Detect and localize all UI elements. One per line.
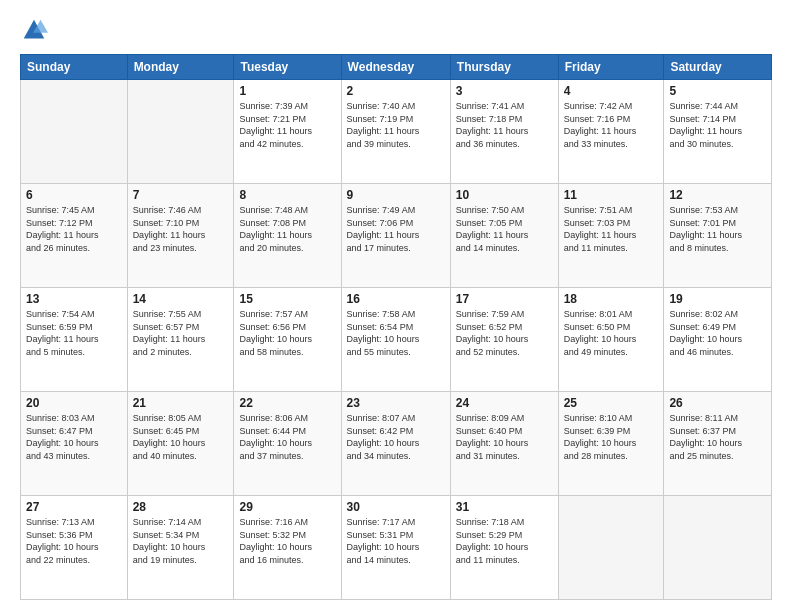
weekday-header-tuesday: Tuesday: [234, 55, 341, 80]
day-detail: Sunrise: 7:59 AM Sunset: 6:52 PM Dayligh…: [456, 308, 553, 358]
calendar-cell: 22Sunrise: 8:06 AM Sunset: 6:44 PM Dayli…: [234, 392, 341, 496]
day-number: 3: [456, 84, 553, 98]
day-number: 23: [347, 396, 445, 410]
weekday-header-saturday: Saturday: [664, 55, 772, 80]
day-number: 21: [133, 396, 229, 410]
calendar-cell: 17Sunrise: 7:59 AM Sunset: 6:52 PM Dayli…: [450, 288, 558, 392]
calendar-week-row: 1Sunrise: 7:39 AM Sunset: 7:21 PM Daylig…: [21, 80, 772, 184]
day-detail: Sunrise: 7:14 AM Sunset: 5:34 PM Dayligh…: [133, 516, 229, 566]
day-detail: Sunrise: 7:45 AM Sunset: 7:12 PM Dayligh…: [26, 204, 122, 254]
calendar-cell: 18Sunrise: 8:01 AM Sunset: 6:50 PM Dayli…: [558, 288, 664, 392]
day-detail: Sunrise: 7:44 AM Sunset: 7:14 PM Dayligh…: [669, 100, 766, 150]
weekday-header-row: SundayMondayTuesdayWednesdayThursdayFrid…: [21, 55, 772, 80]
day-detail: Sunrise: 8:02 AM Sunset: 6:49 PM Dayligh…: [669, 308, 766, 358]
day-detail: Sunrise: 8:10 AM Sunset: 6:39 PM Dayligh…: [564, 412, 659, 462]
calendar-cell: 24Sunrise: 8:09 AM Sunset: 6:40 PM Dayli…: [450, 392, 558, 496]
day-detail: Sunrise: 8:01 AM Sunset: 6:50 PM Dayligh…: [564, 308, 659, 358]
calendar-cell: 4Sunrise: 7:42 AM Sunset: 7:16 PM Daylig…: [558, 80, 664, 184]
calendar-cell: 11Sunrise: 7:51 AM Sunset: 7:03 PM Dayli…: [558, 184, 664, 288]
day-detail: Sunrise: 7:49 AM Sunset: 7:06 PM Dayligh…: [347, 204, 445, 254]
calendar-cell: 29Sunrise: 7:16 AM Sunset: 5:32 PM Dayli…: [234, 496, 341, 600]
calendar-cell: 14Sunrise: 7:55 AM Sunset: 6:57 PM Dayli…: [127, 288, 234, 392]
weekday-header-thursday: Thursday: [450, 55, 558, 80]
day-detail: Sunrise: 7:54 AM Sunset: 6:59 PM Dayligh…: [26, 308, 122, 358]
calendar-cell: 28Sunrise: 7:14 AM Sunset: 5:34 PM Dayli…: [127, 496, 234, 600]
day-detail: Sunrise: 8:06 AM Sunset: 6:44 PM Dayligh…: [239, 412, 335, 462]
day-number: 6: [26, 188, 122, 202]
calendar-cell: [664, 496, 772, 600]
day-number: 5: [669, 84, 766, 98]
day-detail: Sunrise: 8:09 AM Sunset: 6:40 PM Dayligh…: [456, 412, 553, 462]
weekday-header-monday: Monday: [127, 55, 234, 80]
calendar-cell: 13Sunrise: 7:54 AM Sunset: 6:59 PM Dayli…: [21, 288, 128, 392]
day-detail: Sunrise: 7:55 AM Sunset: 6:57 PM Dayligh…: [133, 308, 229, 358]
calendar-cell: 27Sunrise: 7:13 AM Sunset: 5:36 PM Dayli…: [21, 496, 128, 600]
calendar-cell: 23Sunrise: 8:07 AM Sunset: 6:42 PM Dayli…: [341, 392, 450, 496]
day-detail: Sunrise: 7:13 AM Sunset: 5:36 PM Dayligh…: [26, 516, 122, 566]
calendar-week-row: 13Sunrise: 7:54 AM Sunset: 6:59 PM Dayli…: [21, 288, 772, 392]
calendar-cell: 16Sunrise: 7:58 AM Sunset: 6:54 PM Dayli…: [341, 288, 450, 392]
day-number: 19: [669, 292, 766, 306]
calendar-cell: 21Sunrise: 8:05 AM Sunset: 6:45 PM Dayli…: [127, 392, 234, 496]
calendar-cell: 10Sunrise: 7:50 AM Sunset: 7:05 PM Dayli…: [450, 184, 558, 288]
calendar-week-row: 20Sunrise: 8:03 AM Sunset: 6:47 PM Dayli…: [21, 392, 772, 496]
day-detail: Sunrise: 8:03 AM Sunset: 6:47 PM Dayligh…: [26, 412, 122, 462]
header: [20, 16, 772, 44]
day-number: 22: [239, 396, 335, 410]
day-number: 30: [347, 500, 445, 514]
day-number: 11: [564, 188, 659, 202]
day-detail: Sunrise: 7:18 AM Sunset: 5:29 PM Dayligh…: [456, 516, 553, 566]
calendar-cell: 5Sunrise: 7:44 AM Sunset: 7:14 PM Daylig…: [664, 80, 772, 184]
day-number: 20: [26, 396, 122, 410]
day-detail: Sunrise: 7:17 AM Sunset: 5:31 PM Dayligh…: [347, 516, 445, 566]
calendar-cell: [127, 80, 234, 184]
weekday-header-sunday: Sunday: [21, 55, 128, 80]
day-number: 10: [456, 188, 553, 202]
day-detail: Sunrise: 7:50 AM Sunset: 7:05 PM Dayligh…: [456, 204, 553, 254]
day-number: 15: [239, 292, 335, 306]
day-number: 9: [347, 188, 445, 202]
day-number: 18: [564, 292, 659, 306]
day-detail: Sunrise: 7:48 AM Sunset: 7:08 PM Dayligh…: [239, 204, 335, 254]
day-detail: Sunrise: 7:39 AM Sunset: 7:21 PM Dayligh…: [239, 100, 335, 150]
day-number: 8: [239, 188, 335, 202]
day-detail: Sunrise: 8:05 AM Sunset: 6:45 PM Dayligh…: [133, 412, 229, 462]
day-detail: Sunrise: 8:11 AM Sunset: 6:37 PM Dayligh…: [669, 412, 766, 462]
calendar-cell: 7Sunrise: 7:46 AM Sunset: 7:10 PM Daylig…: [127, 184, 234, 288]
day-detail: Sunrise: 7:51 AM Sunset: 7:03 PM Dayligh…: [564, 204, 659, 254]
calendar-cell: 15Sunrise: 7:57 AM Sunset: 6:56 PM Dayli…: [234, 288, 341, 392]
day-detail: Sunrise: 7:57 AM Sunset: 6:56 PM Dayligh…: [239, 308, 335, 358]
calendar-cell: 12Sunrise: 7:53 AM Sunset: 7:01 PM Dayli…: [664, 184, 772, 288]
day-detail: Sunrise: 7:58 AM Sunset: 6:54 PM Dayligh…: [347, 308, 445, 358]
calendar-cell: 30Sunrise: 7:17 AM Sunset: 5:31 PM Dayli…: [341, 496, 450, 600]
calendar-cell: 8Sunrise: 7:48 AM Sunset: 7:08 PM Daylig…: [234, 184, 341, 288]
day-number: 29: [239, 500, 335, 514]
day-number: 26: [669, 396, 766, 410]
day-number: 16: [347, 292, 445, 306]
day-number: 17: [456, 292, 553, 306]
logo: [20, 16, 52, 44]
day-detail: Sunrise: 7:40 AM Sunset: 7:19 PM Dayligh…: [347, 100, 445, 150]
calendar-cell: 9Sunrise: 7:49 AM Sunset: 7:06 PM Daylig…: [341, 184, 450, 288]
calendar-cell: [558, 496, 664, 600]
calendar-table: SundayMondayTuesdayWednesdayThursdayFrid…: [20, 54, 772, 600]
calendar-cell: 19Sunrise: 8:02 AM Sunset: 6:49 PM Dayli…: [664, 288, 772, 392]
calendar-cell: 2Sunrise: 7:40 AM Sunset: 7:19 PM Daylig…: [341, 80, 450, 184]
calendar-cell: 3Sunrise: 7:41 AM Sunset: 7:18 PM Daylig…: [450, 80, 558, 184]
weekday-header-wednesday: Wednesday: [341, 55, 450, 80]
calendar-cell: 20Sunrise: 8:03 AM Sunset: 6:47 PM Dayli…: [21, 392, 128, 496]
calendar-cell: 26Sunrise: 8:11 AM Sunset: 6:37 PM Dayli…: [664, 392, 772, 496]
calendar-cell: 1Sunrise: 7:39 AM Sunset: 7:21 PM Daylig…: [234, 80, 341, 184]
day-number: 12: [669, 188, 766, 202]
day-number: 31: [456, 500, 553, 514]
day-number: 24: [456, 396, 553, 410]
day-detail: Sunrise: 7:42 AM Sunset: 7:16 PM Dayligh…: [564, 100, 659, 150]
page: SundayMondayTuesdayWednesdayThursdayFrid…: [0, 0, 792, 612]
day-detail: Sunrise: 7:53 AM Sunset: 7:01 PM Dayligh…: [669, 204, 766, 254]
day-number: 7: [133, 188, 229, 202]
day-number: 28: [133, 500, 229, 514]
calendar-cell: [21, 80, 128, 184]
calendar-cell: 25Sunrise: 8:10 AM Sunset: 6:39 PM Dayli…: [558, 392, 664, 496]
calendar-cell: 31Sunrise: 7:18 AM Sunset: 5:29 PM Dayli…: [450, 496, 558, 600]
day-detail: Sunrise: 8:07 AM Sunset: 6:42 PM Dayligh…: [347, 412, 445, 462]
